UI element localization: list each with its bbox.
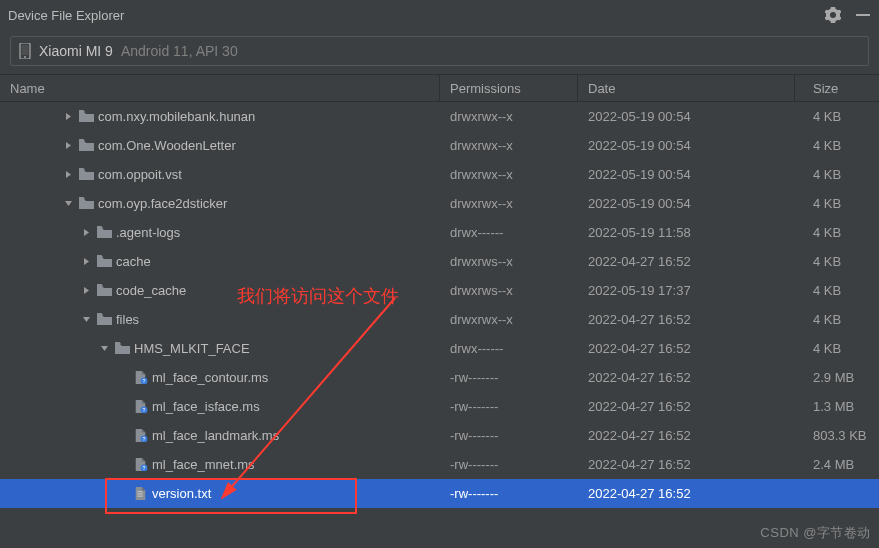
folder-icon <box>96 283 112 299</box>
cell-size: 2.9 MB <box>795 370 879 385</box>
cell-date: 2022-05-19 00:54 <box>578 138 795 153</box>
title-bar: Device File Explorer <box>0 0 879 30</box>
table-row[interactable]: com.oppoit.vstdrwxrwx--x2022-05-19 00:54… <box>0 160 879 189</box>
item-label: com.One.WoodenLetter <box>98 138 236 153</box>
cell-permissions: -rw------- <box>440 486 578 501</box>
chevron-down-icon[interactable] <box>62 198 74 210</box>
file-icon <box>132 486 148 502</box>
cell-permissions: drwxrwx--x <box>440 196 578 211</box>
table-row[interactable]: ?ml_face_mnet.ms-rw-------2022-04-27 16:… <box>0 450 879 479</box>
svg-rect-13 <box>137 494 142 495</box>
cell-date: 2022-05-19 00:54 <box>578 109 795 124</box>
chevron-right-icon[interactable] <box>62 140 74 152</box>
tree-toggle-spacer <box>116 401 128 413</box>
cell-size: 4 KB <box>795 109 879 124</box>
column-header-name[interactable]: Name <box>0 75 440 101</box>
table-row[interactable]: filesdrwxrwx--x2022-04-27 16:524 KB <box>0 305 879 334</box>
cell-name: HMS_MLKIT_FACE <box>0 341 440 357</box>
cell-name: com.oppoit.vst <box>0 167 440 183</box>
table-row[interactable]: cachedrwxrws--x2022-04-27 16:524 KB <box>0 247 879 276</box>
item-label: ml_face_isface.ms <box>152 399 260 414</box>
file-tree: com.nxy.mobilebank.hunandrwxrwx--x2022-0… <box>0 102 879 508</box>
cell-permissions: -rw------- <box>440 399 578 414</box>
item-label: ml_face_contour.ms <box>152 370 268 385</box>
cell-permissions: drwxrwx--x <box>440 138 578 153</box>
cell-date: 2022-04-27 16:52 <box>578 341 795 356</box>
item-label: files <box>116 312 139 327</box>
svg-text:?: ? <box>142 378 145 384</box>
item-label: version.txt <box>152 486 211 501</box>
chevron-down-icon[interactable] <box>80 314 92 326</box>
cell-permissions: drwx------ <box>440 341 578 356</box>
chevron-right-icon[interactable] <box>80 227 92 239</box>
device-name: Xiaomi MI 9 <box>39 43 113 59</box>
cell-name: ?ml_face_isface.ms <box>0 399 440 415</box>
table-row[interactable]: code_cachedrwxrws--x2022-05-19 17:374 KB <box>0 276 879 305</box>
cell-size: 1.3 MB <box>795 399 879 414</box>
column-header-size[interactable]: Size <box>795 75 879 101</box>
minimize-icon[interactable] <box>855 7 871 23</box>
watermark: CSDN @字节卷动 <box>760 524 871 542</box>
tree-toggle-spacer <box>116 372 128 384</box>
cell-size: 4 KB <box>795 225 879 240</box>
svg-rect-12 <box>137 491 142 492</box>
column-header-permissions[interactable]: Permissions <box>440 75 578 101</box>
cell-name: com.oyp.face2dsticker <box>0 196 440 212</box>
cell-date: 2022-04-27 16:52 <box>578 399 795 414</box>
svg-text:?: ? <box>142 465 145 471</box>
cell-name: version.txt <box>0 486 440 502</box>
folder-icon <box>96 312 112 328</box>
file-unknown-icon: ? <box>132 457 148 473</box>
svg-rect-14 <box>137 496 142 497</box>
cell-size: 4 KB <box>795 254 879 269</box>
tree-toggle-spacer <box>116 430 128 442</box>
cell-name: ?ml_face_contour.ms <box>0 370 440 386</box>
cell-date: 2022-04-27 16:52 <box>578 254 795 269</box>
cell-permissions: drwx------ <box>440 225 578 240</box>
table-row[interactable]: .agent-logsdrwx------2022-05-19 11:584 K… <box>0 218 879 247</box>
cell-permissions: drwxrwx--x <box>440 109 578 124</box>
panel-title: Device File Explorer <box>8 8 825 23</box>
chevron-right-icon[interactable] <box>80 256 92 268</box>
title-actions <box>825 7 871 23</box>
chevron-right-icon[interactable] <box>80 285 92 297</box>
cell-permissions: drwxrwx--x <box>440 312 578 327</box>
table-row[interactable]: com.nxy.mobilebank.hunandrwxrwx--x2022-0… <box>0 102 879 131</box>
device-subtitle: Android 11, API 30 <box>121 43 238 59</box>
table-row[interactable]: com.One.WoodenLetterdrwxrwx--x2022-05-19… <box>0 131 879 160</box>
folder-icon <box>96 225 112 241</box>
table-row[interactable]: ?ml_face_landmark.ms-rw-------2022-04-27… <box>0 421 879 450</box>
chevron-down-icon[interactable] <box>98 343 110 355</box>
cell-size: 4 KB <box>795 138 879 153</box>
table-row[interactable]: HMS_MLKIT_FACEdrwx------2022-04-27 16:52… <box>0 334 879 363</box>
column-header-date[interactable]: Date <box>578 75 795 101</box>
cell-size: 803.3 KB <box>795 428 879 443</box>
item-label: com.oyp.face2dsticker <box>98 196 227 211</box>
chevron-right-icon[interactable] <box>62 169 74 181</box>
cell-date: 2022-05-19 17:37 <box>578 283 795 298</box>
cell-size: 4 KB <box>795 341 879 356</box>
gear-icon[interactable] <box>825 7 841 23</box>
cell-date: 2022-04-27 16:52 <box>578 428 795 443</box>
table-row[interactable]: com.oyp.face2dstickerdrwxrwx--x2022-05-1… <box>0 189 879 218</box>
item-label: .agent-logs <box>116 225 180 240</box>
folder-icon <box>96 254 112 270</box>
item-label: ml_face_mnet.ms <box>152 457 255 472</box>
cell-name: com.One.WoodenLetter <box>0 138 440 154</box>
folder-icon <box>78 138 94 154</box>
item-label: ml_face_landmark.ms <box>152 428 279 443</box>
table-row[interactable]: ?ml_face_contour.ms-rw-------2022-04-27 … <box>0 363 879 392</box>
svg-text:?: ? <box>142 407 145 413</box>
cell-date: 2022-04-27 16:52 <box>578 370 795 385</box>
cell-size: 2.4 MB <box>795 457 879 472</box>
cell-name: files <box>0 312 440 328</box>
item-label: cache <box>116 254 151 269</box>
folder-icon <box>78 196 94 212</box>
cell-permissions: -rw------- <box>440 370 578 385</box>
table-row[interactable]: ?ml_face_isface.ms-rw-------2022-04-27 1… <box>0 392 879 421</box>
device-selector[interactable]: Xiaomi MI 9 Android 11, API 30 <box>10 36 869 66</box>
table-row[interactable]: version.txt-rw-------2022-04-27 16:52 <box>0 479 879 508</box>
cell-name: ?ml_face_mnet.ms <box>0 457 440 473</box>
cell-size: 4 KB <box>795 167 879 182</box>
chevron-right-icon[interactable] <box>62 111 74 123</box>
